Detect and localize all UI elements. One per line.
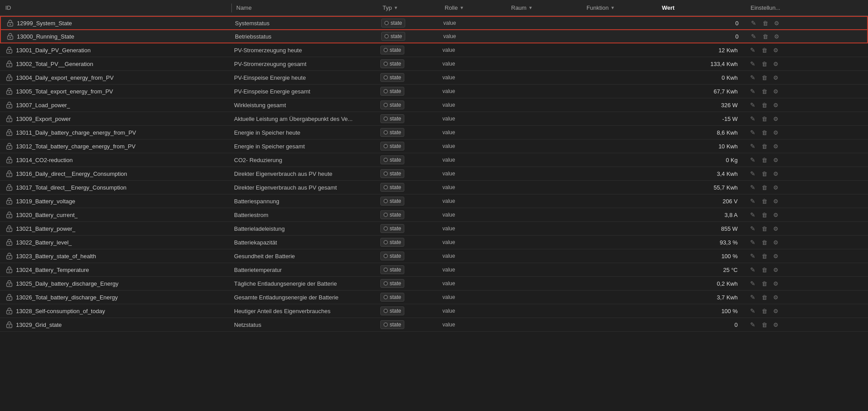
row-wert-text: 12 Kwh [660, 47, 741, 54]
delete-icon[interactable]: 🗑 [760, 212, 769, 218]
table-row: 13014_CO2-reduction CO2- Reduzierung sta… [0, 153, 868, 167]
settings-icon[interactable]: ⚙ [771, 157, 780, 163]
settings-icon[interactable]: ⚙ [771, 322, 780, 328]
edit-icon[interactable]: ✎ [748, 115, 757, 122]
action-icons: ✎ 🗑 ⚙ [748, 198, 780, 205]
typ-badge: state [380, 169, 404, 178]
delete-icon[interactable]: 🗑 [760, 308, 769, 314]
delete-icon[interactable]: 🗑 [760, 253, 769, 260]
row-actions-cell: ✎ 🗑 ⚙ [745, 198, 868, 205]
header-raum[interactable]: Raum ▼ [508, 4, 583, 11]
edit-icon[interactable]: ✎ [748, 129, 757, 136]
edit-icon[interactable]: ✎ [748, 266, 757, 273]
settings-icon[interactable]: ⚙ [771, 225, 780, 232]
settings-icon[interactable]: ⚙ [771, 102, 780, 109]
delete-icon[interactable]: 🗑 [760, 129, 769, 136]
action-icons: ✎ 🗑 ⚙ [748, 307, 780, 314]
edit-icon[interactable]: ✎ [748, 252, 757, 260]
edit-icon[interactable]: ✎ [748, 239, 757, 246]
row-rolle-text: value [442, 308, 455, 314]
settings-icon[interactable]: ⚙ [771, 74, 780, 81]
settings-icon[interactable]: ⚙ [771, 212, 780, 218]
settings-icon[interactable]: ⚙ [771, 143, 780, 150]
edit-icon[interactable]: ✎ [748, 143, 757, 150]
header-wert-label: Wert [662, 4, 675, 11]
settings-icon[interactable]: ⚙ [771, 61, 780, 67]
delete-icon[interactable]: 🗑 [760, 280, 769, 287]
delete-icon[interactable]: 🗑 [760, 225, 769, 232]
settings-icon[interactable]: ⚙ [772, 33, 781, 40]
delete-icon[interactable]: 🗑 [760, 157, 769, 163]
table-row: 13001_Daily_PV_Generation PV-Stromerzeug… [0, 43, 868, 57]
settings-icon[interactable]: ⚙ [771, 116, 780, 122]
delete-icon[interactable]: 🗑 [761, 20, 770, 27]
delete-icon[interactable]: 🗑 [760, 102, 769, 109]
delete-icon[interactable]: 🗑 [760, 74, 769, 81]
row-rolle-cell: value [439, 239, 505, 245]
delete-icon[interactable]: 🗑 [760, 239, 769, 246]
typ-label: state [390, 322, 401, 328]
edit-icon[interactable]: ✎ [748, 211, 757, 218]
edit-icon[interactable]: ✎ [749, 33, 758, 40]
row-wert-text: 10 Kwh [660, 143, 741, 150]
delete-icon[interactable]: 🗑 [760, 267, 769, 273]
edit-icon[interactable]: ✎ [748, 74, 757, 81]
delete-icon[interactable]: 🗑 [760, 61, 769, 67]
row-wert-text: 0 [661, 20, 742, 27]
edit-icon[interactable]: ✎ [748, 184, 757, 191]
settings-icon[interactable]: ⚙ [771, 47, 780, 54]
header-funktion[interactable]: Funktion ▼ [583, 4, 658, 11]
row-id-text: 13001_Daily_PV_Generation [16, 47, 90, 54]
edit-icon[interactable]: ✎ [748, 170, 757, 177]
settings-icon[interactable]: ⚙ [771, 308, 780, 314]
row-name-text: Batterieladeleistung [234, 225, 285, 232]
delete-icon[interactable]: 🗑 [761, 33, 770, 40]
svg-rect-11 [9, 92, 10, 93]
settings-icon[interactable]: ⚙ [771, 239, 780, 246]
svg-rect-17 [9, 133, 10, 134]
delete-icon[interactable]: 🗑 [760, 47, 769, 54]
row-typ-cell: state [377, 169, 439, 178]
edit-icon[interactable]: ✎ [748, 101, 757, 109]
table-row: 13022_Battery_level_ Batteriekapazität s… [0, 236, 868, 249]
settings-icon[interactable]: ⚙ [772, 20, 781, 27]
edit-icon[interactable]: ✎ [748, 47, 757, 54]
delete-icon[interactable]: 🗑 [760, 184, 769, 191]
edit-icon[interactable]: ✎ [748, 307, 757, 314]
settings-icon[interactable]: ⚙ [771, 129, 780, 136]
edit-icon[interactable]: ✎ [748, 280, 757, 287]
row-name-text: Betriebsstatus [235, 33, 271, 40]
delete-icon[interactable]: 🗑 [760, 198, 769, 205]
edit-icon[interactable]: ✎ [748, 225, 757, 232]
delete-icon[interactable]: 🗑 [760, 294, 769, 301]
row-typ-cell: state [377, 197, 439, 206]
action-icons: ✎ 🗑 ⚙ [749, 19, 781, 27]
edit-icon[interactable]: ✎ [748, 321, 757, 328]
edit-icon[interactable]: ✎ [748, 198, 757, 205]
edit-icon[interactable]: ✎ [748, 88, 757, 95]
settings-icon[interactable]: ⚙ [771, 280, 780, 287]
row-id-text: 13011_Daily_battery_charge_energy_from_P… [16, 129, 136, 136]
settings-icon[interactable]: ⚙ [771, 198, 780, 205]
settings-icon[interactable]: ⚙ [771, 253, 780, 260]
header-rolle[interactable]: Rolle ▼ [441, 4, 508, 11]
delete-icon[interactable]: 🗑 [760, 143, 769, 150]
row-rolle-cell: value [439, 184, 505, 190]
row-name-text: Energie in Speicher gesamt [234, 143, 305, 150]
header-id-label: ID [5, 4, 11, 11]
settings-icon[interactable]: ⚙ [771, 294, 780, 301]
delete-icon[interactable]: 🗑 [760, 88, 769, 95]
delete-icon[interactable]: 🗑 [760, 116, 769, 122]
edit-icon[interactable]: ✎ [748, 156, 757, 163]
settings-icon[interactable]: ⚙ [771, 267, 780, 273]
settings-icon[interactable]: ⚙ [771, 184, 780, 191]
edit-icon[interactable]: ✎ [748, 294, 757, 301]
settings-icon[interactable]: ⚙ [771, 171, 780, 177]
header-typ[interactable]: Typ ▼ [379, 4, 441, 11]
settings-icon[interactable]: ⚙ [771, 88, 780, 95]
row-rolle-text: value [443, 20, 456, 26]
delete-icon[interactable]: 🗑 [760, 171, 769, 177]
delete-icon[interactable]: 🗑 [760, 322, 769, 328]
edit-icon[interactable]: ✎ [748, 60, 757, 67]
edit-icon[interactable]: ✎ [749, 19, 758, 27]
